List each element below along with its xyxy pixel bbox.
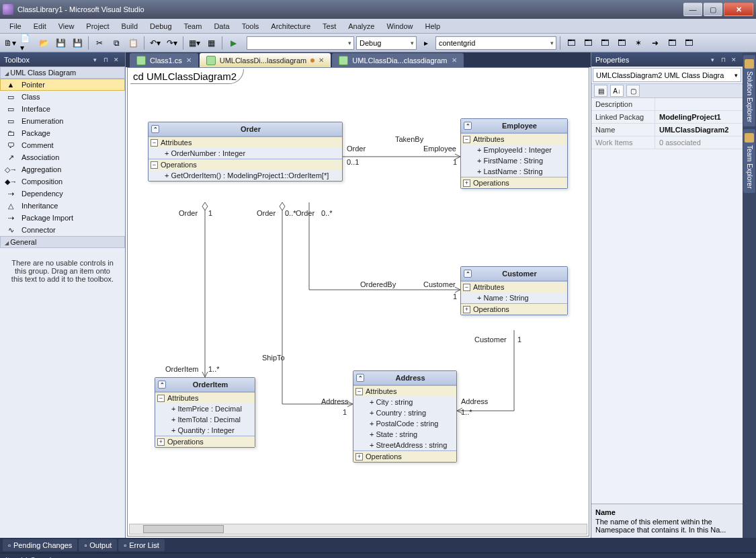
toolbox-item-inheritance[interactable]: △Inheritance <box>0 200 125 212</box>
toolbox-item-connector[interactable]: ∿Connector <box>0 224 125 236</box>
property-selector[interactable]: UMLClassDiagram2 UML Class Diagra <box>593 68 741 82</box>
toolbox-item-class[interactable]: ▭Class <box>0 91 125 103</box>
attribute[interactable]: + OrderNumber : Integer <box>149 148 342 159</box>
menu-analyze[interactable]: Analyze <box>343 21 380 32</box>
uml-class-orderitem[interactable]: ⌃OrderItem−Attributes+ ItemPrice : Decim… <box>155 377 255 448</box>
menu-project[interactable]: Project <box>81 21 114 32</box>
toolbox-item-aggregation[interactable]: ◇→Aggregation <box>0 163 125 175</box>
property-row[interactable]: Description <box>591 98 743 111</box>
categorize-button[interactable]: ▤ <box>594 85 607 97</box>
menu-view[interactable]: View <box>53 21 80 32</box>
platform-combo[interactable] <box>247 36 354 50</box>
menu-team[interactable]: Team <box>179 21 208 32</box>
attribute[interactable]: + City : string <box>353 397 456 407</box>
close-button[interactable]: ✕ <box>724 3 753 16</box>
bottom-tab-error-list[interactable]: ▫Error List <box>118 539 165 551</box>
maximize-button[interactable]: ▢ <box>704 3 722 16</box>
sort-az-button[interactable]: A↓ <box>610 85 624 97</box>
minimize-button[interactable]: — <box>683 3 702 16</box>
open-button[interactable]: 📂 <box>36 36 51 50</box>
tab-close-icon[interactable]: ✕ <box>186 56 192 64</box>
menu-debug[interactable]: Debug <box>144 21 177 32</box>
property-row[interactable]: NameUMLClassDiagram2 <box>591 124 743 136</box>
tool-btn-7[interactable]: 🗔 <box>665 36 679 50</box>
tool-btn-1[interactable]: 🗔 <box>564 36 579 50</box>
menu-test[interactable]: Test <box>317 21 341 32</box>
toolbox-item-association[interactable]: ↗Association <box>0 151 125 163</box>
find-icon[interactable]: ▸ <box>419 36 433 50</box>
property-value[interactable]: 0 associated <box>655 136 743 149</box>
property-value[interactable] <box>655 98 743 110</box>
tool-btn-5[interactable]: ✶ <box>631 36 646 50</box>
bottom-tab-output[interactable]: ▫Output <box>79 539 117 551</box>
menu-tools[interactable]: Tools <box>237 21 265 32</box>
collapse-icon[interactable]: ⌃ <box>158 381 166 389</box>
menu-file[interactable]: File <box>4 21 27 32</box>
toggle-icon[interactable]: − <box>355 388 363 395</box>
attribute[interactable]: + ItemPrice : Decimal <box>155 403 255 414</box>
new-project-button[interactable]: 🗎▾ <box>3 36 17 50</box>
dock-tab-solution-explorer[interactable]: Solution Explorer <box>743 55 755 126</box>
property-pages-button[interactable]: ▢ <box>626 85 640 97</box>
properties-grid[interactable]: DescriptionLinked PackagModelingProject1… <box>591 98 743 504</box>
toolbox-item-comment[interactable]: 🗩Comment <box>0 139 125 151</box>
property-row[interactable]: Linked PackagModelingProject1 <box>591 111 743 124</box>
panel-close-icon[interactable]: ✕ <box>112 55 121 65</box>
toggle-icon[interactable]: − <box>151 161 158 169</box>
tool-btn-6[interactable]: ➜ <box>648 36 663 50</box>
toggle-icon[interactable]: + <box>157 438 165 446</box>
tool-btn-3[interactable]: 🗔 <box>597 36 612 50</box>
toolbox-item-dependency[interactable]: ⇢Dependency <box>0 188 125 200</box>
property-value[interactable]: ModelingProject1 <box>655 111 743 123</box>
tool-btn-2[interactable]: 🗔 <box>581 36 595 50</box>
menu-window[interactable]: Window <box>381 21 418 32</box>
tool-btn-8[interactable]: 🗔 <box>681 36 696 50</box>
panel-menu-icon[interactable]: ▾ <box>90 55 99 65</box>
attribute[interactable]: + Name : String <box>461 292 567 303</box>
toolbox-category[interactable]: General <box>0 236 125 248</box>
document-tab[interactable]: UMLClassDi...lassdiagram✕ <box>200 53 331 67</box>
panel-pin-icon[interactable]: ⊓ <box>718 55 728 65</box>
bottom-tab-pending-changes[interactable]: ▫Pending Changes <box>3 539 77 551</box>
toolbox-item-package[interactable]: 🗀Package <box>0 127 125 139</box>
tool-btn-4[interactable]: 🗔 <box>614 36 629 50</box>
cut-button[interactable]: ✂ <box>92 36 107 50</box>
horizontal-scrollbar[interactable] <box>129 524 587 534</box>
nav-fwd-button[interactable]: ▦ <box>204 36 218 50</box>
menu-help[interactable]: Help <box>420 21 446 32</box>
menu-build[interactable]: Build <box>116 21 143 32</box>
find-combo[interactable]: contentgrid <box>435 36 556 50</box>
undo-button[interactable]: ↶▾ <box>148 36 163 50</box>
attribute[interactable]: + ItemTotal : Decimal <box>155 414 255 425</box>
toolbox-category[interactable]: UML Class Diagram <box>0 67 125 79</box>
paste-button[interactable]: 📋 <box>126 36 140 50</box>
panel-menu-icon[interactable]: ▾ <box>708 55 717 65</box>
attribute[interactable]: + Country : string <box>353 407 456 418</box>
redo-button[interactable]: ↷▾ <box>165 36 179 50</box>
collapse-icon[interactable]: ⌃ <box>464 270 472 278</box>
tab-close-icon[interactable]: ✕ <box>319 56 324 64</box>
toggle-icon[interactable]: − <box>157 395 165 402</box>
property-value[interactable]: UMLClassDiagram2 <box>655 124 743 136</box>
toggle-icon[interactable]: + <box>463 306 470 313</box>
toolbox-header[interactable]: Toolbox ▾ ⊓ ✕ <box>0 52 125 67</box>
copy-button[interactable]: ⧉ <box>109 36 124 50</box>
uml-class-customer[interactable]: ⌃Customer−Attributes+ Name : String+Oper… <box>460 266 568 315</box>
properties-header[interactable]: Properties ▾ ⊓ ✕ <box>591 52 743 67</box>
attribute[interactable]: + Quantity : Integer <box>155 425 255 436</box>
property-row[interactable]: Work Items0 associated <box>591 136 743 149</box>
collapse-icon[interactable]: ⌃ <box>151 125 159 133</box>
menu-edit[interactable]: Edit <box>28 21 52 32</box>
toggle-icon[interactable]: − <box>151 139 158 147</box>
attribute[interactable]: + FirstName : String <box>461 155 567 166</box>
save-all-button[interactable]: 💾 <box>70 36 85 50</box>
config-combo[interactable]: Debug <box>356 36 417 50</box>
panel-close-icon[interactable]: ✕ <box>729 55 739 65</box>
collapse-icon[interactable]: ⌃ <box>356 374 364 382</box>
attribute[interactable]: + LastName : String <box>461 166 567 177</box>
toolbox-item-enumeration[interactable]: ▭Enumeration <box>0 115 125 127</box>
attribute[interactable]: + PostalCode : string <box>353 418 456 429</box>
document-tab[interactable]: UMLClassDia...classdiagram✕ <box>332 53 463 67</box>
uml-class-order[interactable]: ⌃Order−Attributes+ OrderNumber : Integer… <box>148 122 343 182</box>
panel-pin-icon[interactable]: ⊓ <box>101 55 110 65</box>
